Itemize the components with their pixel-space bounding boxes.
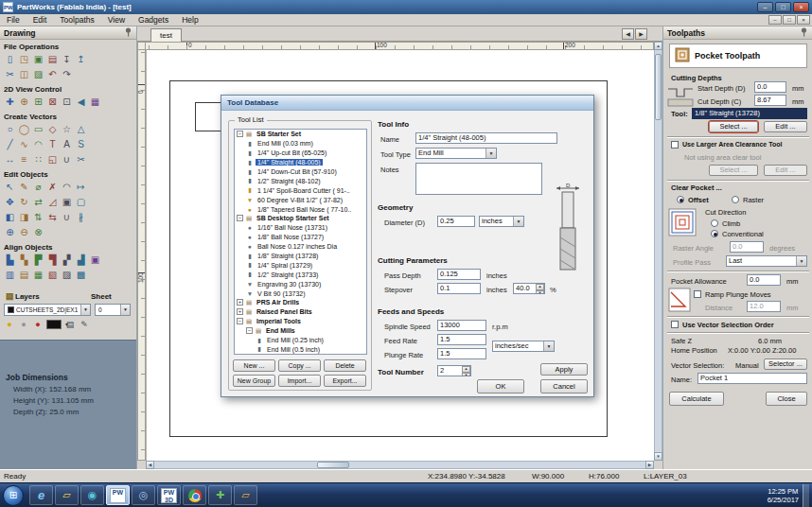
tool-select-button[interactable]: Select ... bbox=[709, 121, 758, 132]
tree-item-v-bit-90-13732[interactable]: ▼V Bit 90 (13732) bbox=[235, 288, 366, 298]
subtract-boolean-icon[interactable]: ⊖ bbox=[17, 226, 31, 239]
cancel-button[interactable]: Cancel bbox=[540, 379, 588, 393]
explorer-taskbar-icon[interactable]: ▱ bbox=[55, 485, 79, 505]
tab-test[interactable]: test bbox=[150, 28, 182, 42]
tool-edit-button[interactable]: Edit ... bbox=[764, 121, 807, 132]
spin-down-icon[interactable]: ▼ bbox=[462, 373, 470, 377]
start-depth-input[interactable]: 0.0 bbox=[754, 81, 786, 93]
text-icon[interactable]: T bbox=[45, 138, 60, 151]
copy-button[interactable]: Copy ... bbox=[278, 359, 321, 372]
pass-depth-input[interactable]: 0.125 bbox=[437, 269, 481, 280]
tree-item-end-mill-0-5-inch[interactable]: ▮End Mill (0.5 inch) bbox=[235, 344, 366, 354]
tool-type-select[interactable]: End Mill▼ bbox=[415, 148, 497, 159]
expand-icon[interactable]: + bbox=[237, 308, 243, 315]
tree-item-end-mill-0-03-mm[interactable]: ▮End Mill (0.03 mm) bbox=[235, 139, 366, 149]
align-bottom-icon[interactable]: ▟ bbox=[74, 254, 88, 267]
vertical-scroll-thumb[interactable] bbox=[655, 54, 662, 120]
tree-item-raised-panel-bits[interactable]: +▤Raised Panel Bits bbox=[235, 307, 366, 317]
conventional-radio[interactable] bbox=[711, 230, 718, 237]
tree-item-prs-air-drills[interactable]: +▤PRS Air Drills bbox=[235, 298, 366, 307]
edit-layers-icon[interactable]: ✎ bbox=[79, 319, 90, 330]
tree-item-1-16-ball-nose-13731[interactable]: ●1/16" Ball Nose (13731) bbox=[235, 223, 366, 233]
apply-button[interactable]: Apply bbox=[540, 363, 588, 376]
pan-icon[interactable]: ✚ bbox=[3, 96, 17, 109]
ungroup-icon[interactable]: ▢ bbox=[74, 196, 88, 209]
tree-item-1-2-straight-13733[interactable]: ▮1/2" Straight (13733) bbox=[235, 270, 366, 279]
toggle-grid-icon[interactable]: ▦ bbox=[88, 96, 102, 109]
show-desktop-button[interactable] bbox=[803, 484, 809, 507]
arc-icon[interactable]: ◠ bbox=[31, 138, 45, 151]
weld-icon[interactable]: ∪ bbox=[60, 153, 74, 166]
align-to-sheet-icon[interactable]: ▩ bbox=[74, 269, 88, 282]
open-file-icon[interactable]: ◳ bbox=[17, 53, 31, 66]
media-player-taskbar-icon[interactable]: ◉ bbox=[80, 485, 104, 505]
new-group-button[interactable]: New Group bbox=[233, 375, 275, 387]
menu-edit[interactable]: Edit bbox=[26, 15, 54, 25]
tree-item-1-4-spiral-13729[interactable]: ▮1/4" Spiral (13729) bbox=[235, 260, 366, 270]
chevron-down-icon[interactable]: ▼ bbox=[513, 217, 523, 226]
align-top-icon[interactable]: ▜ bbox=[45, 254, 60, 267]
menu-toolpaths[interactable]: Toolpaths bbox=[53, 15, 100, 25]
minimize-button[interactable]: – bbox=[757, 2, 773, 12]
ellipse-icon[interactable]: ◯ bbox=[17, 123, 31, 136]
tree-item-ball-nose-0-127-inches-dia[interactable]: ●Ball Nose 0.127 inches Dia bbox=[235, 242, 366, 252]
array-copy-icon[interactable]: ∷ bbox=[31, 153, 45, 166]
mirror-icon[interactable]: ⇄ bbox=[31, 196, 45, 209]
trim-icon[interactable]: ✂ bbox=[74, 153, 88, 166]
calculate-button[interactable]: Calculate bbox=[669, 392, 724, 406]
disc-burner-taskbar-icon[interactable]: ◎ bbox=[132, 485, 155, 505]
offset-vectors-icon[interactable]: ≡ bbox=[17, 153, 31, 166]
start-button[interactable]: ⊞ bbox=[3, 485, 24, 506]
close-panel-button[interactable]: Close bbox=[766, 392, 807, 406]
toggle-visibility-icon[interactable]: ● bbox=[18, 319, 29, 330]
ok-button[interactable]: OK bbox=[477, 379, 524, 393]
cut-icon[interactable]: ✂ bbox=[3, 68, 17, 81]
align-right-edge-icon[interactable]: ◨ bbox=[17, 211, 31, 224]
copy-icon[interactable]: ◫ bbox=[17, 68, 31, 81]
zoom-selected-icon[interactable]: ⊡ bbox=[60, 96, 74, 109]
circle-icon[interactable]: ○ bbox=[3, 123, 17, 136]
dialog-title-bar[interactable]: Tool Database bbox=[221, 96, 593, 111]
scroll-down-icon[interactable]: ▼ bbox=[654, 452, 662, 461]
menu-view[interactable]: View bbox=[101, 15, 132, 25]
tree-item-1-4-down-cut-bit-57-910[interactable]: ▮1/4" Down-Cut Bit (57-910) bbox=[235, 167, 366, 177]
raster-radio[interactable] bbox=[732, 196, 739, 203]
scale-icon[interactable]: ◿ bbox=[45, 196, 60, 209]
chevron-down-icon[interactable]: ▼ bbox=[543, 341, 554, 351]
menu-gadgets[interactable]: Gadgets bbox=[132, 15, 175, 25]
collapse-icon[interactable]: − bbox=[237, 131, 243, 137]
zoom-extents-icon[interactable]: ⊠ bbox=[45, 96, 60, 109]
tool-tree[interactable]: −▤SB Starter Set▮End Mill (0.03 mm)▮1/4"… bbox=[234, 129, 367, 355]
rotate-icon[interactable]: ↻ bbox=[17, 196, 31, 209]
delete-icon[interactable]: ✗ bbox=[45, 181, 60, 194]
horizontal-scrollbar[interactable]: ◀ ▶ bbox=[146, 461, 654, 469]
align-left-icon[interactable]: ▙ bbox=[3, 254, 17, 267]
tab-scroll-right-icon[interactable]: ▶ bbox=[635, 28, 647, 40]
tree-item-1-1-4-spoil-board-cutter-91[interactable]: ▮1 1/4" Spoil-Board Cutter ( 91-.. bbox=[235, 185, 366, 195]
join-vectors-icon[interactable]: ∪ bbox=[60, 211, 74, 224]
extend-icon[interactable]: ↦ bbox=[74, 181, 88, 194]
pin-icon[interactable] bbox=[800, 27, 808, 39]
align-left-edge-icon[interactable]: ◧ bbox=[3, 211, 17, 224]
paste-icon[interactable]: ▨ bbox=[31, 68, 45, 81]
tree-item-1-4-straight-48-005[interactable]: ▮1/4" Straight (48-005) bbox=[235, 158, 366, 167]
select-icon[interactable]: ↖ bbox=[3, 181, 17, 194]
space-vertical-icon[interactable]: ▤ bbox=[17, 269, 31, 282]
plunge-rate-input[interactable]: 1.5 bbox=[437, 348, 486, 359]
rate-units-select[interactable]: inches/sec▼ bbox=[492, 341, 555, 352]
previous-view-icon[interactable]: ◀ bbox=[74, 96, 88, 109]
ramp-plunge-checkbox[interactable] bbox=[694, 290, 701, 298]
stepover-percent-input[interactable]: 40.0▲▼ bbox=[513, 283, 545, 294]
nest-vectors-icon[interactable]: ◱ bbox=[45, 153, 60, 166]
chevron-down-icon[interactable]: ▼ bbox=[485, 149, 496, 158]
pin-icon[interactable] bbox=[124, 27, 132, 39]
toolpath-name-input[interactable]: Pocket 1 bbox=[697, 373, 807, 384]
delete-button[interactable]: Delete bbox=[324, 359, 366, 372]
tree-item-sb-desktop-starter-set[interactable]: −▤SB Desktop Starter Set bbox=[235, 214, 366, 223]
redo-icon[interactable]: ↷ bbox=[60, 68, 74, 81]
intersect-boolean-icon[interactable]: ⊗ bbox=[31, 226, 45, 239]
partworks-3d-taskbar-icon[interactable]: PW3D bbox=[157, 485, 181, 505]
collapse-icon[interactable]: − bbox=[246, 327, 253, 334]
mdi-minimize-button[interactable]: – bbox=[768, 15, 782, 25]
fillet-icon[interactable]: ◠ bbox=[60, 181, 74, 194]
